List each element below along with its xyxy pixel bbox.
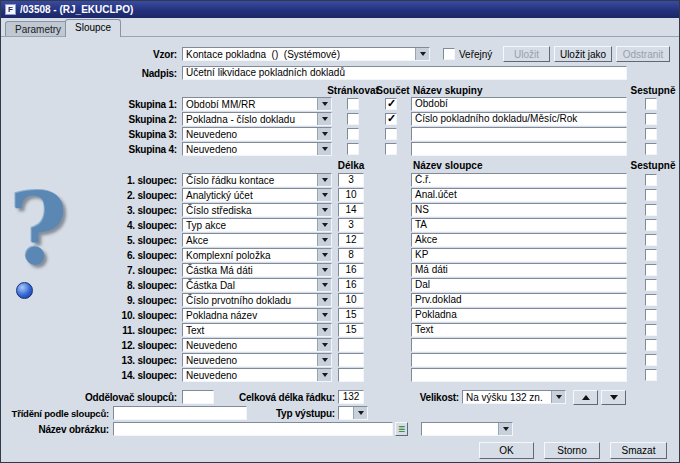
column-length-field[interactable]: 14 (338, 203, 364, 217)
vzor-combo[interactable]: Kontace pokladna () (Systémové) (182, 47, 430, 61)
storno-button[interactable]: Storno (544, 442, 600, 459)
column-name-field[interactable]: TA (411, 218, 627, 232)
column-combo[interactable]: Text (182, 323, 332, 337)
column-length-field[interactable]: 15 (338, 308, 364, 322)
column-name-field[interactable]: Text (411, 323, 627, 337)
column-name-field[interactable]: NS (411, 203, 627, 217)
velikost-combo[interactable]: Na výšku 132 zn. (462, 390, 566, 404)
column-name-field[interactable]: Dal (411, 278, 627, 292)
chevron-down-icon[interactable] (317, 113, 331, 125)
chevron-down-icon[interactable] (317, 143, 331, 155)
column-length-field[interactable]: 16 (338, 263, 364, 277)
sestupne-checkbox[interactable] (645, 143, 657, 155)
group-combo[interactable]: Neuvedeno (182, 127, 332, 141)
chevron-down-icon[interactable] (415, 48, 429, 60)
sestupne-checkbox[interactable] (645, 339, 657, 351)
sestupne-checkbox[interactable] (645, 234, 657, 246)
chevron-down-icon[interactable] (317, 189, 331, 201)
chevron-down-icon[interactable] (317, 174, 331, 186)
column-length-field[interactable] (338, 338, 364, 352)
chevron-down-icon[interactable] (317, 324, 331, 336)
chevron-down-icon[interactable] (317, 98, 331, 110)
ulozit-jako-button[interactable]: Uložit jako (554, 46, 612, 62)
group-name-field[interactable] (411, 142, 627, 156)
column-name-field[interactable]: Anal.účet (411, 188, 627, 202)
column-length-field[interactable] (338, 353, 364, 367)
chevron-down-icon[interactable] (498, 423, 512, 435)
odstranit-button[interactable]: Odstranit (616, 46, 670, 62)
smazat-button[interactable]: Smazat (610, 442, 667, 459)
column-name-field[interactable]: Č.ř. (411, 173, 627, 187)
column-name-field[interactable]: Pokladna (411, 308, 627, 322)
column-length-field[interactable]: 16 (338, 278, 364, 292)
chevron-down-icon[interactable] (317, 264, 331, 276)
sestupne-checkbox[interactable] (645, 113, 657, 125)
typ-vystupu-combo[interactable] (338, 406, 368, 420)
chevron-down-icon[interactable] (317, 369, 331, 381)
strankovat-checkbox[interactable] (347, 113, 359, 125)
column-length-field[interactable]: 3 (338, 173, 364, 187)
group-name-field[interactable]: Číslo pokladního dokladu/Měsíc/Rok (411, 112, 627, 126)
column-combo[interactable]: Neuvedeno (182, 368, 332, 382)
soucet-checkbox[interactable] (385, 113, 397, 125)
chevron-down-icon[interactable] (551, 391, 565, 403)
column-combo[interactable]: Typ akce (182, 218, 332, 232)
chevron-down-icon[interactable] (317, 354, 331, 366)
column-length-field[interactable]: 3 (338, 218, 364, 232)
column-combo[interactable]: Neuvedeno (182, 338, 332, 352)
column-combo[interactable]: Neuvedeno (182, 353, 332, 367)
chevron-down-icon[interactable] (317, 339, 331, 351)
column-combo[interactable]: Analytický účet (182, 188, 332, 202)
chevron-down-icon[interactable] (317, 204, 331, 216)
chevron-down-icon[interactable] (317, 249, 331, 261)
column-combo[interactable]: Částka Dal (182, 278, 332, 292)
sestupne-checkbox[interactable] (645, 249, 657, 261)
column-name-field[interactable]: Akce (411, 233, 627, 247)
sestupne-checkbox[interactable] (645, 324, 657, 336)
column-combo[interactable]: Částka Má dáti (182, 263, 332, 277)
column-combo[interactable]: Komplexní položka (182, 248, 332, 262)
sestupne-checkbox[interactable] (645, 369, 657, 381)
strankovat-checkbox[interactable] (347, 128, 359, 140)
group-combo[interactable]: Neuvedeno (182, 142, 332, 156)
extra-combo[interactable] (421, 422, 513, 436)
titlebar[interactable]: F /03508 - (RJ_EKUCLPO) (1, 1, 679, 18)
group-name-field[interactable]: Období (411, 97, 627, 111)
chevron-down-icon[interactable] (317, 234, 331, 246)
verejny-checkbox[interactable] (443, 48, 455, 60)
ok-button[interactable]: OK (479, 442, 534, 459)
soucet-checkbox[interactable] (385, 128, 397, 140)
strankovat-checkbox[interactable] (347, 98, 359, 110)
strankovat-checkbox[interactable] (347, 143, 359, 155)
column-length-field[interactable]: 15 (338, 323, 364, 337)
sestupne-checkbox[interactable] (645, 189, 657, 201)
move-down-button[interactable] (601, 390, 626, 405)
chevron-down-icon[interactable] (317, 219, 331, 231)
move-up-button[interactable] (573, 390, 598, 405)
nazev-obrazku-field[interactable] (113, 422, 393, 436)
group-combo[interactable]: Pokladna - číslo dokladu (182, 112, 332, 126)
column-length-field[interactable]: 12 (338, 233, 364, 247)
group-combo[interactable]: Období MM/RR (182, 97, 332, 111)
chevron-down-icon[interactable] (317, 128, 331, 140)
column-length-field[interactable]: 10 (338, 293, 364, 307)
chevron-down-icon[interactable] (317, 294, 331, 306)
group-name-field[interactable] (411, 127, 627, 141)
column-name-field[interactable] (411, 368, 627, 382)
nadpis-field[interactable]: Účetní likvidace pokladních dokladů (182, 66, 627, 80)
tab-parametry[interactable]: Parametry (5, 21, 71, 36)
soucet-checkbox[interactable] (385, 98, 397, 110)
column-name-field[interactable] (411, 353, 627, 367)
sestupne-checkbox[interactable] (645, 279, 657, 291)
sestupne-checkbox[interactable] (645, 294, 657, 306)
sestupne-checkbox[interactable] (645, 128, 657, 140)
column-combo[interactable]: Pokladna název (182, 308, 332, 322)
chevron-down-icon[interactable] (317, 279, 331, 291)
column-name-field[interactable]: KP (411, 248, 627, 262)
sestupne-checkbox[interactable] (645, 204, 657, 216)
chevron-down-icon[interactable] (353, 407, 367, 419)
column-combo[interactable]: Číslo střediska (182, 203, 332, 217)
ulozit-button[interactable]: Uložit (503, 46, 550, 62)
sestupne-checkbox[interactable] (645, 219, 657, 231)
sestupne-checkbox[interactable] (645, 309, 657, 321)
